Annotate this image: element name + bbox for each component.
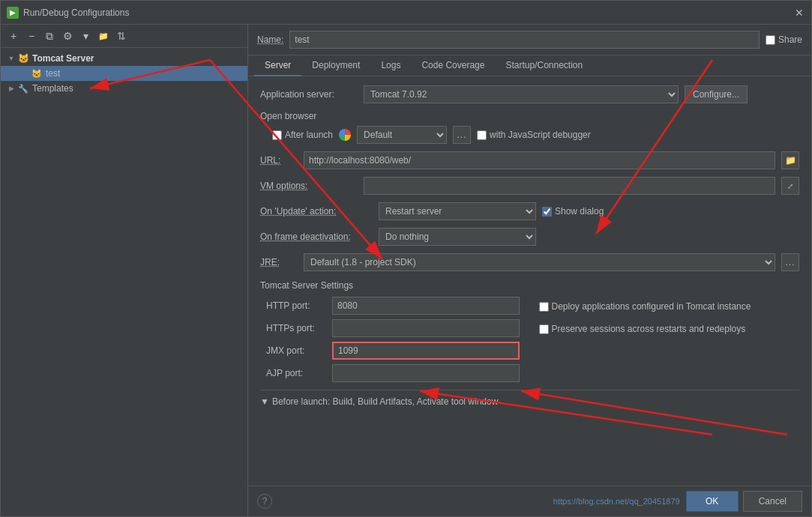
on-frame-select[interactable]: Do nothing: [379, 228, 536, 246]
jre-row: JRE: Default (1.8 - project SDK) ...: [260, 253, 799, 271]
status-url[interactable]: https://blog.csdn.net/qq_20451879: [553, 497, 680, 506]
sessions-label: Preserve sessions across restarts and re…: [552, 324, 746, 334]
tab-deployment[interactable]: Deployment: [301, 55, 370, 76]
tab-startup[interactable]: Startup/Connection: [495, 55, 593, 76]
http-port-row: HTTP port:: [266, 297, 527, 315]
deploy-checkbox[interactable]: [539, 302, 549, 312]
browser-select[interactable]: Default: [357, 126, 447, 144]
jmx-port-input[interactable]: [332, 342, 520, 360]
jre-select[interactable]: Default (1.8 - project SDK): [304, 253, 775, 271]
jmx-port-row: JMX port:: [266, 342, 527, 360]
tomcat-server-label: Tomcat Server: [32, 53, 94, 64]
after-launch-checkbox[interactable]: [272, 130, 282, 140]
chrome-icon: [339, 129, 351, 141]
name-label: Name:: [257, 34, 283, 45]
tab-coverage[interactable]: Code Coverage: [411, 55, 495, 76]
show-dialog-label: Show dialog: [555, 206, 604, 217]
url-label: URL:: [260, 155, 298, 166]
server-form: Application server: Tomcat 7.0.92 Config…: [248, 76, 811, 486]
js-debugger-checkbox[interactable]: [477, 130, 487, 140]
https-port-row: HTTPs port:: [266, 319, 527, 337]
sort-button[interactable]: ⇅: [113, 28, 130, 44]
open-browser-section: Open browser After launch Default ...: [260, 111, 799, 144]
vm-options-label: VM options:: [260, 181, 358, 191]
deploy-row: Deploy applications configured in Tomcat…: [539, 297, 800, 315]
jre-ellipsis-button[interactable]: ...: [781, 253, 799, 271]
test-config-icon: 🐱: [31, 67, 43, 79]
tomcat-icon: 🐱: [17, 52, 29, 64]
status-bar: https://blog.csdn.net/qq_20451879: [272, 497, 686, 506]
templates-label: Templates: [32, 83, 73, 94]
url-folder-button[interactable]: 📁: [781, 151, 799, 169]
add-config-button[interactable]: +: [5, 28, 22, 44]
on-frame-label: On frame deactivation:: [260, 232, 373, 242]
url-input[interactable]: [304, 151, 775, 169]
before-launch-section: ▼ Before launch: Build, Build Artifacts,…: [260, 390, 799, 407]
help-button[interactable]: ?: [257, 494, 272, 509]
configure-button[interactable]: Configure...: [685, 85, 748, 103]
left-panel: + − ⧉ ⚙ ▾ 📁 ⇅ ▼ 🐱 Tomcat Server: [1, 25, 248, 516]
browser-row: After launch Default ... with JavaScript…: [260, 126, 799, 144]
app-server-select[interactable]: Tomcat 7.0.92: [364, 85, 679, 103]
app-server-row: Application server: Tomcat 7.0.92 Config…: [260, 85, 799, 103]
close-button[interactable]: ✕: [793, 7, 805, 19]
vm-expand-button[interactable]: ⤢: [781, 177, 799, 195]
templates-icon: 🔧: [17, 82, 29, 94]
window-title: Run/Debug Configurations: [23, 7, 793, 18]
port-grid: HTTP port: Deploy applications configure…: [260, 297, 799, 382]
show-dialog-checkbox[interactable]: [542, 207, 552, 217]
http-port-input[interactable]: [332, 297, 520, 315]
templates-item[interactable]: ▶ 🔧 Templates: [1, 81, 247, 96]
title-bar: ▶ Run/Debug Configurations ✕: [1, 1, 811, 25]
bottom-bar: ? https://blog.csdn.net/qq_20451879 OK C…: [248, 486, 811, 516]
test-config-item[interactable]: 🐱 test: [1, 66, 247, 81]
https-port-input[interactable]: [332, 319, 520, 337]
name-input[interactable]: [289, 31, 760, 49]
before-launch-arrow: ▼: [260, 396, 269, 407]
http-port-label: HTTP port:: [266, 300, 326, 311]
sessions-checkbox[interactable]: [539, 324, 549, 334]
config-tree: ▼ 🐱 Tomcat Server 🐱 test ▶ 🔧: [1, 48, 247, 516]
ajp-port-label: AJP port:: [266, 368, 326, 378]
on-frame-row: On frame deactivation: Do nothing: [260, 228, 799, 246]
ajp-port-input[interactable]: [332, 364, 520, 382]
bottom-buttons: OK Cancel: [686, 491, 802, 512]
tab-logs[interactable]: Logs: [370, 55, 411, 76]
collapse-arrow[interactable]: ▼: [7, 54, 16, 63]
share-area: Share: [766, 34, 802, 45]
tomcat-settings-section: Tomcat Server Settings HTTP port: Deploy…: [260, 280, 799, 382]
window-icon: ▶: [7, 7, 19, 19]
right-panel: Name: Share Server Deployment Logs Code …: [248, 25, 811, 516]
config-toolbar: + − ⧉ ⚙ ▾ 📁 ⇅: [1, 25, 247, 48]
on-update-row: On 'Update' action: Restart server Show …: [260, 202, 799, 220]
settings-button[interactable]: ⚙: [59, 28, 76, 44]
move-folder-button[interactable]: 📁: [95, 28, 112, 44]
test-config-label: test: [46, 68, 60, 79]
browser-ellipsis-button[interactable]: ...: [453, 126, 471, 144]
vm-options-input[interactable]: [364, 177, 775, 195]
ajp-port-row: AJP port:: [266, 364, 527, 382]
copy-config-button[interactable]: ⧉: [41, 28, 58, 44]
remove-config-button[interactable]: −: [23, 28, 40, 44]
js-debugger-label[interactable]: with JavaScript debugger: [477, 130, 591, 140]
https-port-label: HTTPs port:: [266, 323, 326, 333]
on-update-label: On 'Update' action:: [260, 206, 373, 217]
cancel-button[interactable]: Cancel: [743, 491, 802, 512]
open-browser-label: Open browser: [260, 111, 799, 121]
deploy-label: Deploy applications configured in Tomcat…: [552, 301, 751, 312]
vm-options-row: VM options: ⤢: [260, 177, 799, 195]
ok-button[interactable]: OK: [686, 491, 739, 512]
dropdown-button[interactable]: ▾: [77, 28, 94, 44]
before-launch-header[interactable]: ▼ Before launch: Build, Build Artifacts,…: [260, 396, 799, 407]
after-launch-label[interactable]: After launch: [272, 130, 333, 140]
share-checkbox[interactable]: [766, 35, 775, 45]
tomcat-settings-label: Tomcat Server Settings: [260, 280, 799, 291]
show-dialog-area: Show dialog: [542, 206, 604, 217]
templates-arrow[interactable]: ▶: [7, 84, 16, 93]
tab-server[interactable]: Server: [254, 55, 301, 76]
app-server-label: Application server:: [260, 89, 358, 100]
sessions-row: Preserve sessions across restarts and re…: [539, 319, 800, 337]
tomcat-server-group[interactable]: ▼ 🐱 Tomcat Server: [1, 51, 247, 66]
jmx-port-label: JMX port:: [266, 345, 326, 356]
on-update-select[interactable]: Restart server: [379, 202, 536, 220]
